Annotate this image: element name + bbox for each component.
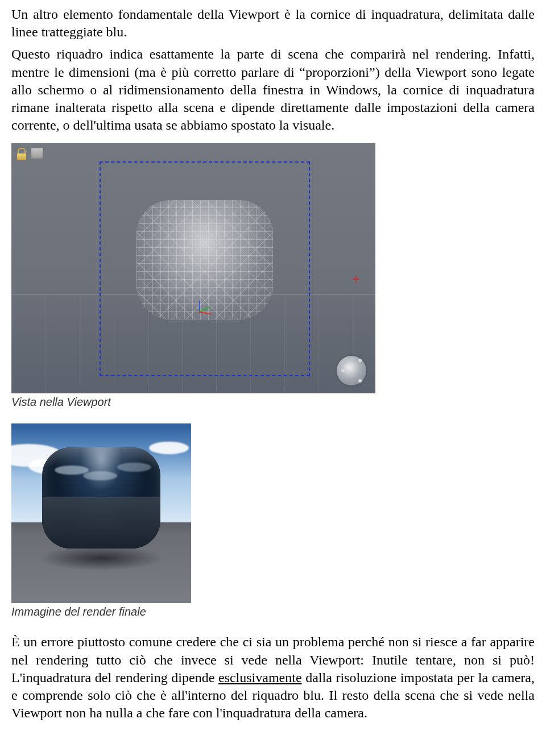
wireframe-object — [136, 200, 273, 319]
closing-paragraph: È un errore piuttosto comune credere che… — [11, 633, 535, 722]
render-object-shadow — [39, 546, 164, 571]
caption-viewport: Vista nella Viewport — [11, 396, 535, 409]
body-paragraph-2: Questo riquadro indica esattamente la pa… — [11, 45, 535, 134]
render-object — [42, 447, 160, 549]
figure-render — [11, 423, 535, 603]
render-output-image — [11, 423, 191, 603]
closing-underlined: esclusivamente — [218, 670, 302, 685]
caption-render: Immagine del render finale — [11, 605, 535, 618]
crosshair-icon: + — [349, 273, 363, 286]
viewport-toolbar — [16, 148, 43, 160]
viewport-screenshot: + — [11, 143, 375, 393]
axis-gizmo-icon — [199, 307, 223, 317]
container-icon — [31, 148, 43, 159]
lock-icon — [16, 148, 27, 160]
body-paragraph-1: Un altro elemento fondamentale della Vie… — [11, 6, 535, 41]
document-page: Un altro elemento fondamentale della Vie… — [0, 0, 546, 738]
navigation-compass-icon — [337, 356, 366, 385]
figure-viewport: + — [11, 143, 535, 393]
